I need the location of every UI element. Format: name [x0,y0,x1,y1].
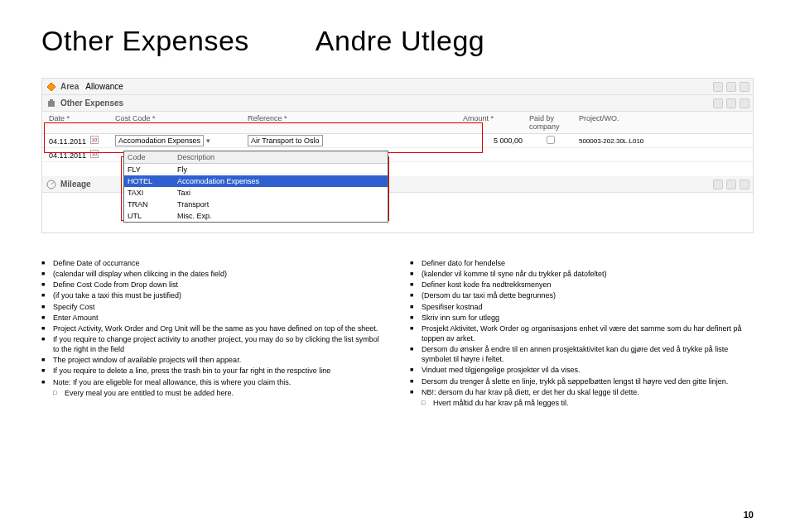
mileage-icon [46,179,57,190]
list-item: Project Activity, Work Order and Org Uni… [41,324,385,333]
cost-code-input[interactable]: Accomodation Expenses [115,135,204,146]
project-cell[interactable]: 500003-202.30L.L010 [576,137,658,145]
svg-rect-1 [48,101,55,107]
area-value: Allowance [85,82,123,91]
column-headers: Date * Cost Code * Reference * Amount * … [42,112,753,134]
list-item: Spesifiser kostnad [410,302,754,312]
list-item: Enter Amount [41,313,385,323]
bullets-english: Define Date of occurrance (calendar will… [41,258,385,409]
list-item: Note: If you are eligeble for meal allow… [41,377,385,387]
svg-rect-2 [50,99,53,102]
paid-checkbox[interactable] [547,136,555,144]
dd-header-code: Code [128,153,177,161]
expenses-icon [46,98,57,109]
reference-input[interactable]: Air Transport to Oslo [248,135,323,146]
header-cost-code: Cost Code * [112,114,244,131]
dropdown-option[interactable]: FLYFly [124,164,388,175]
page-number: 10 [744,510,754,520]
area-row: Area Allowance [42,79,753,95]
bullet-columns: Define Date of occurrance (calendar will… [41,258,754,409]
action-icon[interactable] [713,82,723,92]
other-expenses-label: Other Expenses [60,98,123,108]
app-screenshot: Area Allowance Other Expenses Date * Cos… [41,78,754,233]
area-icon [46,81,57,93]
header-amount: Amount * [460,114,526,131]
header-paid: Paid by company [526,114,576,131]
page-title-no: Andre Utlegg [316,25,484,57]
calendar-icon[interactable] [90,150,99,158]
calendar-icon[interactable] [90,136,99,144]
list-item: Definer kost kode fra nedtrekksmenyen [410,280,754,290]
list-item: Vinduet med tilgjengelige prosjekter vil… [410,365,754,375]
list-item: (if you take a taxi this must be justifi… [41,290,385,300]
action-icon[interactable] [713,98,723,108]
list-item: (calendar will display when clikcing in … [41,269,385,279]
bullets-norwegian: Definer dato for hendelse (kalender vil … [410,258,754,409]
amount-cell[interactable]: 5 000,00 [460,137,526,145]
expense-row-1: 04.11.2011 Accomodation Expenses▾ Air Tr… [42,134,753,148]
svg-marker-0 [47,83,55,91]
action-icon[interactable] [740,98,749,108]
list-item: The project window of available projects… [41,355,385,365]
page-title-en: Other Expenses [41,25,249,57]
list-item: Define Date of occurrance [41,258,385,268]
header-project: Project/WO. [576,114,658,131]
action-icon[interactable] [740,180,749,189]
list-item: Dersom du trenger å slette en linje, try… [410,376,754,386]
date-cell[interactable]: 04.11.2011 [46,136,112,146]
list-item: Definer dato for hendelse [410,258,754,268]
list-item: Skriv inn sum for utlegg [410,313,754,323]
list-sub-item: Every meal you are entitled to must be a… [41,388,385,398]
list-item: (Dersom du tar taxi må dette begrunnes) [410,290,754,300]
action-icon[interactable] [726,82,736,92]
dropdown-option[interactable]: UTLMisc. Exp. [124,210,388,222]
row-actions [713,82,749,92]
other-expenses-header: Other Expenses [42,95,753,112]
date-cell[interactable]: 04.11.2011 [46,150,112,160]
dropdown-option[interactable]: HOTELAccomodation Expenses [124,175,388,187]
list-item: Define Cost Code from Drop down list [41,280,385,290]
dropdown-option[interactable]: TAXITaxi [124,187,388,199]
action-icon[interactable] [740,82,749,92]
list-item: Specify Cost [41,302,385,312]
title-row: Other Expenses Andre Utlegg [41,25,754,57]
list-item: Dersom du ønsker å endre til en annen pr… [410,344,754,364]
dd-header-desc: Description [177,153,214,161]
header-date: Date * [46,114,112,131]
mileage-label: Mileage [60,180,91,189]
chevron-down-icon[interactable]: ▾ [204,137,213,145]
list-item: If you require to change project activit… [41,334,385,354]
header-reference: Reference * [244,114,460,131]
list-sub-item: Hvert måltid du har krav på må legges ti… [410,398,754,408]
dropdown-option[interactable]: TRANTransport [124,199,388,210]
action-icon[interactable] [713,180,723,189]
list-item: If you require to delete a line, press t… [41,366,385,376]
cost-code-dropdown[interactable]: CodeDescription FLYFly HOTELAccomodation… [123,151,388,223]
action-icon[interactable] [726,180,736,189]
action-icon[interactable] [726,98,736,108]
area-label: Area [60,82,79,91]
list-item: (kalender vil komme til syne når du tryk… [410,269,754,279]
list-item: NB!: dersom du har krav på diett, er det… [410,387,754,397]
list-item: Prosjekt Aktivitet, Work Order og organi… [410,324,754,343]
